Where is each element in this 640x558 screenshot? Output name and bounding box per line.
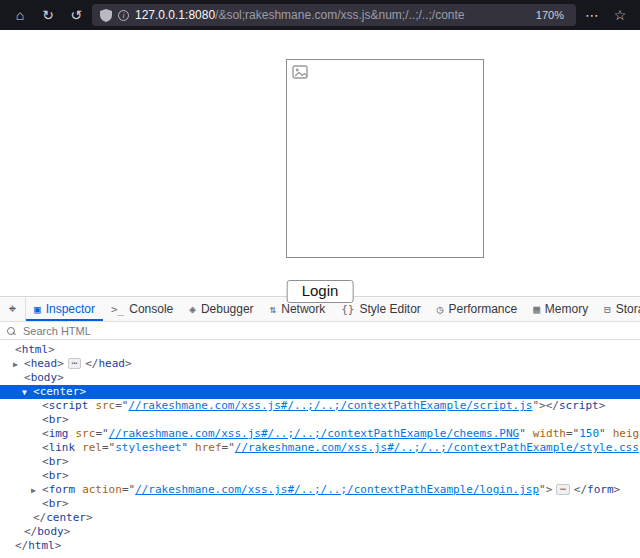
tab-performance[interactable]: ◷Performance <box>429 297 525 321</box>
token-p: < <box>24 357 31 370</box>
token-tag: br <box>49 455 62 468</box>
tree-row[interactable]: </center> <box>0 511 640 525</box>
tab-memory[interactable]: ▦Memory <box>525 297 596 321</box>
tab-label: Storage <box>616 302 640 316</box>
bookmark-star-icon[interactable]: ☆ <box>608 4 632 26</box>
token-tag: img <box>49 427 69 440</box>
token-p: "> <box>532 399 545 412</box>
token-p: < <box>42 441 49 454</box>
tab-label: Performance <box>448 302 517 316</box>
token-tag: body <box>31 371 58 384</box>
token-p: < <box>42 399 49 412</box>
token-attr: href <box>195 441 222 454</box>
token-p: > <box>79 385 86 398</box>
tracking-protection-shield-icon[interactable] <box>100 9 112 22</box>
tab-console[interactable]: >_Console <box>103 297 181 321</box>
search-html-input[interactable] <box>21 324 633 338</box>
tree-row[interactable]: <html> <box>0 343 640 357</box>
network-icon: ⇅ <box>270 303 277 316</box>
token-p: > <box>62 497 69 510</box>
attribute-value-link[interactable]: //rakeshmane.com/xss.js#/..;/..;/context… <box>129 399 533 412</box>
collapse-arrow-icon[interactable]: ▼ <box>22 386 33 400</box>
token-p: =" <box>102 441 115 454</box>
token-p: > <box>62 455 69 468</box>
token-p: > <box>599 399 606 412</box>
tree-row[interactable]: </html> <box>0 539 640 553</box>
tree-row[interactable]: <scriptsrc="//rakeshmane.com/xss.js#/..;… <box>0 399 640 413</box>
token-tag: br <box>49 497 62 510</box>
token-p: < <box>42 483 49 496</box>
tab-inspector[interactable]: ▣Inspector <box>26 297 103 321</box>
token-p: </ <box>574 483 587 496</box>
tree-row[interactable]: <linkrel="stylesheet"href="//rakeshmane.… <box>0 441 640 455</box>
token-p: =" <box>115 399 128 412</box>
tree-row[interactable]: <br> <box>0 413 640 427</box>
zoom-level-badge[interactable]: 170% <box>532 8 568 22</box>
token-attr: action <box>82 483 122 496</box>
home-icon[interactable]: ⌂ <box>8 4 32 26</box>
token-p: " <box>181 441 188 454</box>
collapsed-content-badge[interactable]: ⋯ <box>556 484 569 495</box>
tab-label: Memory <box>545 302 588 316</box>
tab-label: Inspector <box>46 302 95 316</box>
token-p: > <box>62 413 69 426</box>
token-p: </ <box>546 399 559 412</box>
menu-icon[interactable]: ⋯ <box>580 4 604 26</box>
token-p: " <box>519 427 526 440</box>
tree-row[interactable]: <body> <box>0 371 640 385</box>
token-p: > <box>125 357 132 370</box>
tree-row[interactable]: </body> <box>0 525 640 539</box>
style-editor-icon: {} <box>341 303 354 316</box>
token-tag: br <box>49 469 62 482</box>
url-text[interactable]: 127.0.0.1:8080/&sol;rakeshmane.com/xss.j… <box>135 8 526 22</box>
url-host: 127.0.0.1:8080 <box>135 8 215 22</box>
broken-image-icon <box>292 65 310 81</box>
token-p: < <box>42 413 49 426</box>
console-icon: >_ <box>111 303 124 316</box>
reload-icon[interactable]: ↻ <box>36 4 60 26</box>
token-attr: src <box>95 399 115 412</box>
expand-arrow-icon[interactable]: ▶ <box>13 358 24 372</box>
tab-label: Network <box>281 302 325 316</box>
collapsed-content-badge[interactable]: ⋯ <box>68 358 81 369</box>
token-p: < <box>42 469 49 482</box>
token-tag: head <box>31 357 58 370</box>
attribute-value-link[interactable]: //rakeshmane.com/xss.js#/..;/..;/context… <box>235 441 639 454</box>
tree-row[interactable]: ▶<formaction="//rakeshmane.com/xss.js#/.… <box>0 483 640 497</box>
tree-row[interactable]: <br> <box>0 455 640 469</box>
tab-debugger[interactable]: ◈Debugger <box>181 297 261 321</box>
url-bar[interactable]: i 127.0.0.1:8080/&sol;rakeshmane.com/xss… <box>92 4 576 26</box>
token-p: "> <box>539 483 552 496</box>
tree-row[interactable]: <br> <box>0 497 640 511</box>
tree-row[interactable]: ▼<center> <box>0 385 640 399</box>
token-p: > <box>64 525 71 538</box>
attribute-value-link[interactable]: //rakeshmane.com/xss.js#/..;/..;/context… <box>135 483 539 496</box>
token-p: </ <box>33 511 46 524</box>
pick-element-icon[interactable]: ⌖ <box>0 297 26 321</box>
performance-icon: ◷ <box>437 303 444 316</box>
tab-storage[interactable]: ⊟Storage <box>596 297 640 321</box>
tab-label: Console <box>129 302 173 316</box>
token-p: =" <box>122 483 135 496</box>
token-p: < <box>42 427 49 440</box>
token-p: =" <box>566 427 579 440</box>
token-tag: center <box>40 385 80 398</box>
browser-toolbar: ⌂ ↻ ↺ i 127.0.0.1:8080/&sol;rakeshmane.c… <box>0 0 640 30</box>
url-path: /&sol;rakeshmane.com/xss.js&num;/..;/..;… <box>215 8 464 22</box>
login-button[interactable]: Login <box>287 280 354 303</box>
expand-arrow-icon[interactable]: ▶ <box>31 484 42 498</box>
tab-label: Debugger <box>201 302 254 316</box>
site-info-icon[interactable]: i <box>118 10 129 21</box>
history-icon[interactable]: ↺ <box>64 4 88 26</box>
attribute-value-link[interactable]: //rakeshmane.com/xss.js#/..;/..;/context… <box>109 427 520 440</box>
token-tag: link <box>49 441 76 454</box>
token-attr: height <box>613 427 640 440</box>
tree-row[interactable]: ▶<head>⋯</head> <box>0 357 640 371</box>
token-p: > <box>62 469 69 482</box>
debugger-icon: ◈ <box>189 303 196 316</box>
token-tag: form <box>587 483 614 496</box>
token-p: =" <box>222 441 235 454</box>
token-p: > <box>57 357 64 370</box>
tree-row[interactable]: <imgsrc="//rakeshmane.com/xss.js#/..;/..… <box>0 427 640 441</box>
tree-row[interactable]: <br> <box>0 469 640 483</box>
